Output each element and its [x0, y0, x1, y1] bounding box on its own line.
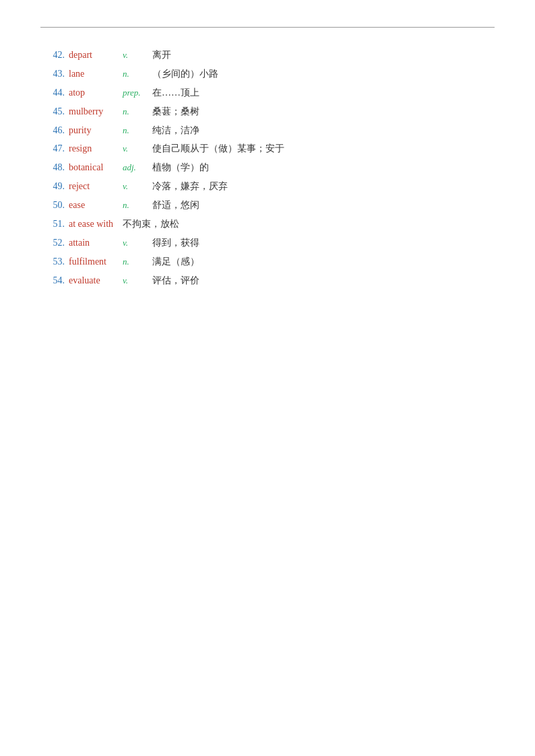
item-definition: 评估，评价: [152, 272, 199, 289]
item-word: attain: [69, 234, 123, 252]
item-definition: 离开: [152, 46, 171, 64]
item-word: evaluate: [69, 272, 123, 289]
list-item: 50.easen.舒适，悠闲: [40, 197, 495, 214]
vocabulary-list: 42.departv.离开43.lanen.（乡间的）小路44.atopprep…: [40, 46, 495, 289]
item-word: atop: [69, 84, 123, 102]
item-definition: （乡间的）小路: [152, 65, 218, 83]
list-item: 42.departv.离开: [40, 46, 495, 64]
item-definition: 在……顶上: [152, 84, 199, 102]
list-item: 43.lanen.（乡间的）小路: [40, 65, 495, 83]
item-number: 46.: [40, 122, 65, 139]
item-word: depart: [69, 46, 123, 64]
item-word: botanical: [69, 159, 123, 176]
item-pos: n.: [123, 104, 147, 120]
item-definition: 植物（学）的: [152, 159, 209, 176]
item-definition: 纯洁，洁净: [152, 122, 199, 139]
list-item: 53.fulfilmentn.满足（感）: [40, 253, 495, 271]
item-pos: v.: [123, 235, 147, 251]
item-phrase: at ease with: [69, 215, 123, 233]
item-pos: n.: [123, 66, 147, 82]
item-definition: 得到，获得: [152, 234, 199, 252]
list-item: 44.atopprep.在……顶上: [40, 84, 495, 102]
list-item: 45.mulberryn.桑葚；桑树: [40, 103, 495, 121]
item-pos: n.: [123, 197, 147, 213]
item-definition: 满足（感）: [152, 253, 199, 271]
page: 42.departv.离开43.lanen.（乡间的）小路44.atopprep…: [0, 0, 535, 318]
item-word: resign: [69, 140, 123, 158]
item-word: lane: [69, 65, 123, 83]
top-divider: [40, 27, 495, 28]
item-pos: n.: [123, 254, 147, 270]
item-number: 48.: [40, 159, 65, 176]
item-number: 51.: [40, 215, 65, 233]
item-number: 42.: [40, 46, 65, 64]
item-pos: v.: [123, 47, 147, 63]
item-word: purity: [69, 122, 123, 139]
item-definition: 冷落，嫌弃，厌弃: [152, 178, 228, 195]
item-pos: adj.: [123, 160, 147, 176]
item-number: 49.: [40, 178, 65, 195]
item-pos: n.: [123, 123, 147, 139]
item-word: ease: [69, 197, 123, 214]
item-number: 54.: [40, 272, 65, 289]
item-definition: 舒适，悠闲: [152, 197, 199, 214]
item-word: mulberry: [69, 103, 123, 121]
list-item: 49.rejectv.冷落，嫌弃，厌弃: [40, 178, 495, 195]
item-pos: v.: [123, 178, 147, 195]
item-number: 52.: [40, 234, 65, 252]
list-item: 48.botanicaladj.植物（学）的: [40, 159, 495, 176]
list-item: 47.resignv.使自己顺从于（做）某事；安于: [40, 140, 495, 158]
item-pos: v.: [123, 273, 147, 289]
item-number: 43.: [40, 65, 65, 83]
item-definition: 使自己顺从于（做）某事；安于: [152, 140, 284, 158]
item-number: 44.: [40, 84, 65, 102]
list-item: 54.evaluatev.评估，评价: [40, 272, 495, 289]
item-number: 53.: [40, 253, 65, 271]
item-word: reject: [69, 178, 123, 195]
item-definition: 桑葚；桑树: [152, 103, 199, 121]
list-item: 52.attainv.得到，获得: [40, 234, 495, 252]
item-number: 45.: [40, 103, 65, 121]
item-definition: 不拘束，放松: [123, 215, 179, 233]
list-item: 46.purityn.纯洁，洁净: [40, 122, 495, 139]
list-item: 51.at ease with 不拘束，放松: [40, 215, 495, 233]
item-number: 47.: [40, 140, 65, 158]
item-pos: v.: [123, 141, 147, 157]
item-word: fulfilment: [69, 253, 123, 271]
item-pos: prep.: [123, 85, 147, 101]
item-number: 50.: [40, 197, 65, 214]
